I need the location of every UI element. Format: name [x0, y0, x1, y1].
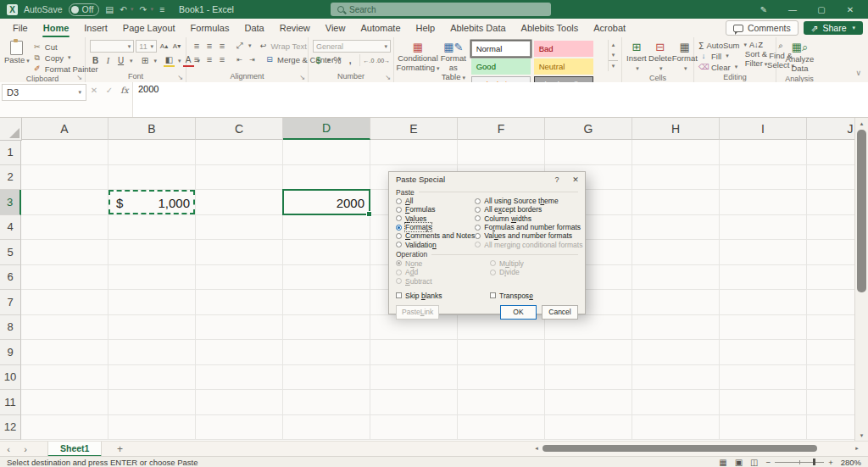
column-header-j[interactable]: J: [807, 118, 855, 140]
cell-j11[interactable]: [807, 390, 855, 415]
radio-column-widths[interactable]: Column widths: [475, 214, 582, 223]
cell-d2[interactable]: [283, 165, 370, 191]
cell-c8[interactable]: [196, 315, 283, 341]
name-box[interactable]: D3 ▾: [2, 84, 86, 101]
dialog-close-button[interactable]: ✕: [566, 175, 585, 184]
cell-c11[interactable]: [196, 390, 283, 415]
previous-sheet-button[interactable]: ‹: [0, 444, 17, 454]
cell-h3[interactable]: [632, 190, 720, 215]
minimize-button[interactable]: —: [778, 5, 807, 14]
delete-cells-button[interactable]: ⊟ Delete▾: [649, 40, 671, 73]
dialog-help-button[interactable]: ?: [548, 175, 566, 184]
zoom-slider-thumb[interactable]: [813, 459, 815, 465]
font-dialog-launcher[interactable]: ↘: [177, 74, 183, 81]
clipboard-dialog-launcher[interactable]: ↘: [76, 74, 82, 81]
row-header-11[interactable]: 11: [0, 390, 21, 415]
cell-i3[interactable]: [720, 190, 807, 215]
enter-entry-button[interactable]: ✓: [102, 84, 117, 97]
tab-insert[interactable]: Insert: [76, 19, 115, 37]
restore-button[interactable]: ▢: [807, 5, 836, 14]
undo-button[interactable]: ↶▾: [120, 4, 133, 14]
cell-g11[interactable]: [545, 390, 632, 415]
cell-b11[interactable]: [108, 390, 196, 415]
horizontal-scrollbar[interactable]: ◂ ▸: [532, 444, 861, 453]
column-header-a[interactable]: A: [21, 118, 108, 140]
cell-d3[interactable]: 2000: [283, 190, 370, 215]
row-header-9[interactable]: 9: [0, 340, 21, 365]
tab-page-layout[interactable]: Page Layout: [115, 19, 183, 37]
cell-h10[interactable]: [632, 365, 720, 391]
middle-align-button[interactable]: ≡: [203, 41, 214, 52]
cell-b5[interactable]: [108, 240, 196, 265]
checkbox-skip-blanks[interactable]: Skip blanks: [396, 292, 490, 300]
autosum-button[interactable]: ∑AutoSum▾: [698, 40, 743, 50]
formula-input[interactable]: 2000: [132, 82, 868, 117]
column-header-b[interactable]: B: [108, 118, 196, 140]
cell-e12[interactable]: [370, 415, 458, 441]
cell-a9[interactable]: [21, 340, 108, 365]
insert-cells-button[interactable]: ⊞ Insert▾: [626, 40, 647, 73]
cell-h8[interactable]: [632, 315, 720, 341]
tab-data[interactable]: Data: [236, 19, 271, 37]
cell-d8[interactable]: [283, 315, 370, 341]
underline-button[interactable]: U: [115, 55, 126, 66]
cell-h6[interactable]: [632, 265, 720, 291]
gallery-down-button[interactable]: ▾: [609, 50, 618, 60]
format-as-table-button[interactable]: ▦✎ Format asTable▾: [440, 40, 467, 82]
scroll-right-icon[interactable]: ▸: [853, 445, 861, 452]
save-button[interactable]: ▤: [105, 4, 114, 14]
cell-i7[interactable]: [720, 290, 807, 315]
search-box[interactable]: Search: [331, 3, 551, 16]
page-layout-view-button[interactable]: ▣: [735, 458, 743, 467]
style-normal[interactable]: Normal: [471, 41, 531, 57]
accounting-format-button[interactable]: $: [313, 55, 324, 66]
cell-h9[interactable]: [632, 340, 720, 365]
cell-j9[interactable]: [807, 340, 855, 365]
cell-d7[interactable]: [283, 290, 370, 315]
cell-f10[interactable]: [458, 365, 545, 391]
cell-e10[interactable]: [370, 365, 458, 391]
tab-view[interactable]: View: [318, 19, 353, 37]
collapse-ribbon-button[interactable]: ∨: [855, 69, 861, 77]
cell-c12[interactable]: [196, 415, 283, 441]
wrap-text-button[interactable]: ↩Wrap Text: [259, 41, 307, 51]
vertical-scrollbar[interactable]: ▴ ▾: [854, 118, 868, 441]
column-header-i[interactable]: I: [720, 118, 807, 140]
cell-j6[interactable]: [807, 265, 855, 291]
cell-b7[interactable]: [108, 290, 196, 315]
cell-d5[interactable]: [283, 240, 370, 265]
page-break-view-button[interactable]: ◫: [750, 458, 758, 467]
number-format-select[interactable]: General▾: [313, 40, 391, 53]
dialog-titlebar[interactable]: Paste Special ? ✕: [389, 172, 585, 186]
zoom-in-button[interactable]: +: [828, 458, 833, 467]
next-sheet-button[interactable]: ›: [17, 444, 34, 454]
row-header-3[interactable]: 3: [0, 190, 21, 215]
align-left-button[interactable]: ≡: [191, 54, 202, 65]
cell-f1[interactable]: [458, 140, 545, 165]
cell-j2[interactable]: [807, 165, 855, 191]
radio-all-except-borders[interactable]: All except borders: [475, 205, 582, 214]
fill-color-button[interactable]: ◧: [164, 54, 175, 67]
tab-ablebits-data[interactable]: Ablebits Data: [442, 19, 513, 37]
decrease-decimal-button[interactable]: .00→: [376, 55, 391, 66]
cell-c3[interactable]: [196, 190, 283, 215]
cell-a8[interactable]: [21, 315, 108, 341]
borders-button[interactable]: ⊞: [140, 55, 151, 66]
cell-d9[interactable]: [283, 340, 370, 365]
row-header-12[interactable]: 12: [0, 415, 21, 441]
cell-j1[interactable]: [807, 140, 855, 165]
cell-i9[interactable]: [720, 340, 807, 365]
cell-a12[interactable]: [21, 415, 108, 441]
share-button[interactable]: ⇗ Share ▾: [804, 21, 863, 35]
cell-c4[interactable]: [196, 215, 283, 241]
bold-button[interactable]: B: [90, 55, 101, 66]
scroll-up-icon[interactable]: ▴: [855, 118, 868, 129]
style-neutral[interactable]: Neutral: [534, 58, 593, 75]
row-header-5[interactable]: 5: [0, 240, 21, 265]
cell-b3[interactable]: $1,000: [108, 190, 196, 215]
cell-c6[interactable]: [196, 265, 283, 291]
radio-all[interactable]: All: [396, 197, 475, 205]
cell-h1[interactable]: [632, 140, 720, 165]
sort-filter-button[interactable]: A↓Z Sort &Filter▾: [745, 40, 767, 69]
cell-e1[interactable]: [370, 140, 458, 165]
